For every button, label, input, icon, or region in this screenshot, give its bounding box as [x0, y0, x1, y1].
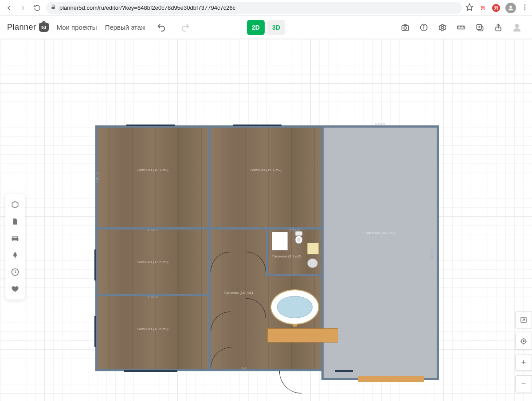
app-logo[interactable]: Planner 5d: [7, 23, 49, 32]
window[interactable]: [335, 370, 353, 372]
svg-point-1: [509, 5, 512, 8]
dock-construction-icon[interactable]: [8, 214, 22, 229]
dock-rooms-icon[interactable]: [8, 198, 22, 212]
view-2d-button[interactable]: 2D: [247, 20, 265, 35]
export-button[interactable]: [515, 311, 532, 328]
room-label: Гостиная (13.6 m2): [137, 327, 168, 331]
extension-icon-1[interactable]: Я: [479, 4, 487, 12]
window[interactable]: [126, 125, 175, 126]
room-label: Гостиная (18.1 m2): [137, 167, 168, 171]
svg-point-6: [404, 27, 407, 29]
svg-point-4: [524, 8, 526, 10]
logo-badge-icon: 5d: [39, 23, 49, 32]
account-button[interactable]: [509, 19, 525, 35]
dimension-label: 4.0: [241, 366, 246, 370]
info-button[interactable]: [416, 19, 432, 35]
small-counter-fixture[interactable]: [307, 243, 319, 254]
side-dock: [5, 194, 25, 300]
window[interactable]: [124, 370, 177, 372]
chrome-actions: Я Я: [466, 3, 528, 13]
room-mid-left[interactable]: Гостиная (13.6 m2) 4.51 m: [95, 227, 211, 296]
svg-rect-5: [402, 25, 409, 30]
floor-plan[interactable]: Гостиная (18.1 m2) 4.01 m Гостиная (16.1…: [95, 125, 441, 389]
room-label: Гостиная (8.1 m2): [272, 254, 301, 258]
dock-history-icon[interactable]: [8, 265, 22, 279]
undo-button[interactable]: [153, 19, 169, 35]
redo-button[interactable]: [177, 19, 193, 35]
room-top-center[interactable]: Гостиная (16.1 m2): [208, 125, 324, 230]
room-label: Гостиная (13.6 m2): [137, 260, 168, 264]
share-button[interactable]: [490, 19, 506, 35]
duplicate-button[interactable]: [472, 19, 488, 35]
room-top-left[interactable]: Гостиная (18.1 m2) 4.01 m: [95, 125, 211, 230]
svg-point-20: [515, 23, 519, 27]
room-right[interactable]: Гостиная (46.2 m2) 4.53 m 10.19 m: [321, 125, 439, 380]
app-toolbar: Planner 5d Мои проекты Первый этаж 2D 3D: [0, 16, 532, 39]
room-label: Гостиная (16.1 m2): [250, 167, 282, 171]
view-toggle: 2D 3D: [247, 20, 285, 35]
svg-point-10: [442, 26, 444, 28]
locate-button[interactable]: [515, 333, 532, 350]
svg-rect-22: [295, 231, 302, 236]
room-bot-left[interactable]: Гостиная (13.6 m2) 4.52 m: [95, 294, 211, 371]
bathtub-fixture[interactable]: [270, 289, 319, 325]
svg-point-24: [297, 237, 301, 242]
dimension-label: 4.53 m: [375, 122, 385, 126]
svg-point-9: [423, 25, 424, 26]
breadcrumb-floor[interactable]: Первый этаж: [105, 23, 145, 31]
threshold[interactable]: [358, 376, 424, 382]
room-label: Гостиная (15. m2): [224, 290, 253, 294]
window[interactable]: [233, 125, 282, 126]
extension-icon-2[interactable]: Я: [492, 4, 500, 12]
svg-rect-11: [458, 26, 465, 29]
canvas-area[interactable]: Гостиная (18.1 m2) 4.01 m Гостиная (16.1…: [0, 39, 532, 401]
menu-icon[interactable]: [521, 4, 528, 12]
svg-point-28: [523, 341, 524, 342]
window[interactable]: [94, 249, 96, 280]
snapshot-button[interactable]: [397, 19, 413, 35]
profile-avatar[interactable]: [505, 3, 516, 13]
dimension-label: 10.19 m: [430, 246, 434, 259]
ruler-button[interactable]: [453, 19, 469, 35]
back-button[interactable]: [4, 3, 14, 13]
toolbar-right: [397, 19, 525, 35]
svg-marker-0: [466, 4, 473, 10]
reload-button[interactable]: [32, 3, 43, 13]
window[interactable]: [94, 316, 96, 347]
shower-fixture[interactable]: [272, 232, 288, 250]
svg-point-3: [524, 6, 526, 8]
breadcrumb-projects[interactable]: Мои проекты: [57, 23, 97, 31]
dock-exterior-icon[interactable]: [8, 248, 22, 262]
sink-fixture[interactable]: [307, 258, 318, 268]
settings-button[interactable]: [434, 19, 450, 35]
forward-button[interactable]: [18, 3, 28, 13]
vanity-counter[interactable]: [267, 328, 338, 343]
star-icon[interactable]: [466, 3, 473, 13]
url-text: planner5d.com/ru/editor/?key=648bf2e0c78…: [59, 4, 235, 11]
faucet-fixture: [293, 324, 297, 327]
dock-favorite-icon[interactable]: [8, 282, 22, 296]
lock-icon: [51, 4, 56, 11]
zoom-out-button[interactable]: −: [515, 375, 532, 392]
toilet-fixture[interactable]: [294, 231, 304, 244]
view-3d-button[interactable]: 3D: [267, 20, 285, 35]
svg-point-2: [524, 4, 526, 6]
logo-text: Planner: [7, 23, 36, 32]
browser-chrome: planner5d.com/ru/editor/?key=648bf2e0c78…: [0, 0, 532, 16]
dock-furniture-icon[interactable]: [8, 231, 22, 245]
dimension-label: 4.51 m: [148, 228, 158, 232]
address-bar[interactable]: planner5d.com/ru/editor/?key=648bf2e0c78…: [46, 2, 462, 14]
dimension-label: 4.01 m: [95, 172, 99, 183]
zoom-in-button[interactable]: +: [515, 354, 532, 371]
room-label: Гостиная (46.2 m2): [364, 231, 395, 235]
zoom-controls: + −: [515, 311, 532, 392]
dimension-label: 4.52 m: [148, 295, 158, 299]
